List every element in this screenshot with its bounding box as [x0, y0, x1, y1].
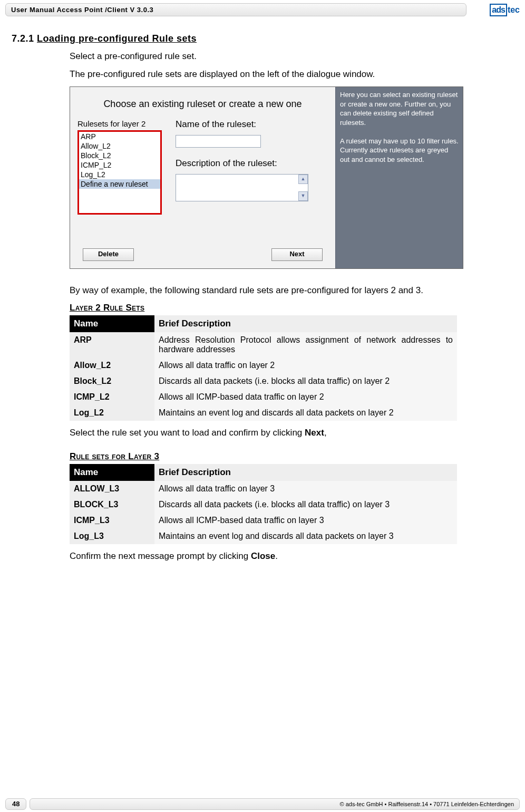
scroll-up-icon[interactable]: ▲: [298, 175, 308, 184]
field-desc-label: Description of the ruleset:: [176, 158, 328, 169]
close-para: Confirm the next message prompt by click…: [70, 550, 513, 562]
table-row: ARPAddress Resolution Protocol allows as…: [70, 332, 457, 357]
ruleset-name-input[interactable]: [176, 135, 261, 148]
select-next-para: Select the rule set you want to load and…: [70, 427, 513, 439]
header-title: User Manual Access Point /Client V 3.0.3: [5, 3, 466, 16]
help-text-2: A ruleset may have up to 10 filter rules…: [340, 137, 459, 165]
help-panel: Here you can select an existing ruleset …: [335, 87, 463, 268]
field-name-label: Name of the ruleset:: [176, 119, 328, 130]
section-heading: 7.2.1 Loading pre-configured Rule sets: [12, 33, 513, 44]
list-item-selected[interactable]: Define a new ruleset: [79, 179, 160, 189]
copyright: © ads-tec GmbH • Raiffeisenstr.14 • 7077…: [30, 798, 520, 810]
table-row: ICMP_L3Allows all ICMP-based data traffi…: [70, 513, 457, 528]
list-item[interactable]: ICMP_L2: [79, 160, 160, 170]
example-para: By way of example, the following standar…: [70, 285, 513, 296]
th-name: Name: [70, 315, 154, 332]
intro-para-1: Select a pre-configured rule set.: [70, 51, 513, 62]
layer3-caption: Rule sets for Layer 3: [70, 451, 513, 462]
dialog-title: Choose an existing ruleset or create a n…: [77, 99, 328, 110]
next-button[interactable]: Next: [271, 248, 323, 261]
list-label: Rulesets for layer 2: [77, 119, 162, 128]
list-item[interactable]: Allow_L2: [79, 141, 160, 151]
layer3-table: Name Brief Description ALLOW_L3Allows al…: [70, 464, 457, 544]
footer-bar: 48 © ads-tec GmbH • Raiffeisenstr.14 • 7…: [5, 798, 520, 810]
table-row: Allow_L2Allows all data traffic on layer…: [70, 357, 457, 373]
logo-part1: ads: [490, 4, 507, 16]
logo-part2: tec: [508, 5, 520, 15]
table-row: ALLOW_L3Allows all data traffic on layer…: [70, 481, 457, 497]
ruleset-desc-input[interactable]: ▲ ▼: [176, 174, 308, 201]
th-desc: Brief Description: [154, 464, 457, 481]
list-item[interactable]: ARP: [79, 132, 160, 141]
table-row: Log_L3Maintains an event log and discard…: [70, 528, 457, 544]
screenshot-dialog: Choose an existing ruleset or create a n…: [70, 86, 463, 269]
intro-para-2: The pre-configured rule sets are display…: [70, 69, 513, 80]
section-number: 7.2.1: [12, 33, 34, 44]
table-row: BLOCK_L3Discards all data packets (i.e. …: [70, 497, 457, 513]
layer2-table: Name Brief Description ARPAddress Resolu…: [70, 315, 457, 421]
layer2-caption: Layer 2 Rule Sets: [70, 303, 513, 313]
table-row: Block_L2Discards all data packets (i.e. …: [70, 373, 457, 389]
delete-button[interactable]: Delete: [83, 248, 134, 261]
th-desc: Brief Description: [154, 315, 457, 332]
th-name: Name: [70, 464, 154, 481]
table-row: ICMP_L2Allows all ICMP-based data traffi…: [70, 389, 457, 405]
help-text-1: Here you can select an existing ruleset …: [340, 90, 459, 127]
table-row: Log_L2Maintains an event log and discard…: [70, 405, 457, 421]
section-title: Loading pre-configured Rule sets: [37, 33, 197, 44]
ruleset-listbox[interactable]: ARP Allow_L2 Block_L2 ICMP_L2 Log_L2 Def…: [77, 130, 162, 215]
list-item[interactable]: Block_L2: [79, 151, 160, 160]
list-item[interactable]: Log_L2: [79, 170, 160, 179]
logo: adstec: [470, 3, 520, 16]
scroll-down-icon[interactable]: ▼: [298, 191, 308, 201]
header-bar: User Manual Access Point /Client V 3.0.3…: [5, 3, 520, 16]
page-number: 48: [5, 798, 26, 810]
